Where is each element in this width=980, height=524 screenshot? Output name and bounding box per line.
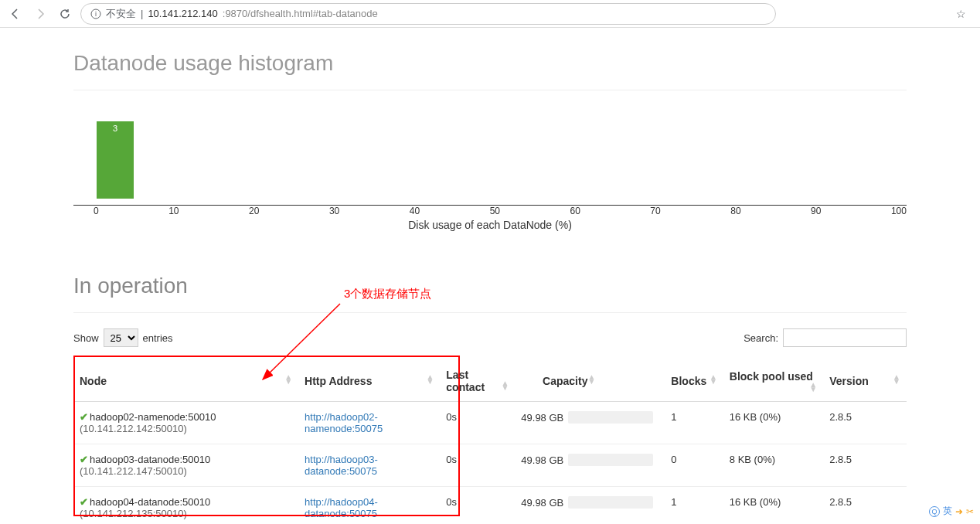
table-row: ✔hadoop02-namenode:50010(10.141.212.142:…: [73, 402, 907, 444]
address-bar[interactable]: i 不安全 | 10.141.212.140:9870/dfshealth.ht…: [80, 3, 776, 25]
col-capacity[interactable]: Capacity▲▼: [515, 361, 665, 402]
blocks-value: 0: [665, 444, 723, 487]
x-tick: 100: [891, 206, 907, 216]
sort-icon: ▲▼: [587, 375, 595, 384]
sort-icon: ▲▼: [709, 375, 717, 384]
svg-text:i: i: [95, 10, 97, 18]
table-row: ✔hadoop03-datanode:50010(10.141.212.147:…: [73, 444, 907, 487]
histogram-x-axis: 0 10 20 30 40 50 60 70 80 90 100: [73, 205, 907, 216]
sort-icon: ▲▼: [809, 383, 817, 392]
table-row: ✔hadoop04-datanode:50010(10.141.212.135:…: [73, 487, 907, 525]
bookmark-button[interactable]: ☆: [948, 8, 974, 20]
node-name: hadoop03-datanode:50010: [90, 454, 210, 465]
annotation-text: 3个数据存储节点: [344, 287, 431, 301]
histogram-chart: 3: [73, 106, 907, 199]
ime-icon: Q: [929, 506, 940, 517]
in-operation-title: In operation: [73, 274, 907, 298]
node-ip: (10.141.212.147:50010): [80, 465, 187, 477]
divider: [73, 90, 907, 90]
col-version[interactable]: Version▲▼: [823, 361, 907, 402]
x-tick: 80: [730, 206, 740, 216]
scissors-icon: ✂: [966, 506, 974, 517]
block-pool-value: 16 KB (0%): [723, 402, 823, 444]
version-value: 2.8.5: [823, 487, 907, 525]
sort-icon: ▲▼: [893, 375, 900, 384]
col-block-pool[interactable]: Block pool used▲▼: [723, 361, 823, 402]
ime-label: 英: [943, 505, 952, 518]
last-contact: 0s: [440, 444, 515, 487]
info-icon: i: [90, 9, 101, 19]
sort-icon: ▲▼: [284, 375, 292, 384]
sort-icon: ▲▼: [426, 375, 434, 384]
datanode-table: Node▲▼ Http Address▲▼ Last contact▲▼ Cap…: [73, 361, 907, 524]
url-host: 10.141.212.140: [148, 8, 217, 19]
capacity-bar: [568, 496, 653, 509]
node-ip: (10.141.212.135:50010): [80, 508, 187, 519]
search-input[interactable]: [783, 328, 907, 347]
x-tick: 20: [249, 206, 259, 216]
entries-select[interactable]: 25: [104, 328, 138, 347]
sort-icon: ▲▼: [501, 381, 509, 390]
version-value: 2.8.5: [823, 444, 907, 487]
blocks-value: 1: [665, 402, 723, 444]
col-node[interactable]: Node▲▼: [73, 361, 298, 402]
url-separator: |: [141, 8, 143, 19]
capacity-bar: [568, 411, 653, 424]
histogram-bar: 3: [97, 121, 134, 199]
last-contact: 0s: [440, 487, 515, 525]
node-name: hadoop02-namenode:50010: [90, 411, 216, 423]
x-tick: 30: [329, 206, 339, 216]
x-tick: 40: [410, 206, 420, 216]
arrow-right-icon: [34, 8, 46, 20]
x-tick: 10: [168, 206, 179, 216]
histogram-x-label: Disk usage of each DataNode (%): [73, 219, 907, 231]
col-http[interactable]: Http Address▲▼: [298, 361, 440, 402]
x-tick: 0: [94, 206, 99, 216]
check-icon: ✔: [80, 454, 88, 465]
node-ip: (10.141.212.142:50010): [80, 423, 187, 434]
block-pool-value: 8 KB (0%): [723, 444, 823, 487]
check-icon: ✔: [80, 496, 88, 508]
security-label: 不安全: [106, 7, 136, 21]
capacity-bar: [568, 454, 653, 466]
x-tick: 70: [650, 206, 660, 216]
capacity-value: 49.98 GB: [521, 412, 563, 424]
ime-arrow-icon: ➜: [955, 506, 963, 517]
divider: [73, 312, 907, 313]
ime-badge[interactable]: Q 英 ➜ ✂: [929, 505, 974, 518]
col-blocks[interactable]: Blocks▲▼: [665, 361, 723, 402]
x-tick: 50: [490, 206, 500, 216]
capacity-value: 49.98 GB: [521, 454, 563, 466]
node-name: hadoop04-datanode:50010: [90, 496, 210, 508]
reload-button[interactable]: [56, 5, 74, 23]
http-link[interactable]: http://hadoop03-datanode:50075: [305, 454, 378, 477]
http-link[interactable]: http://hadoop02-namenode:50075: [305, 411, 383, 434]
browser-toolbar: i 不安全 | 10.141.212.140:9870/dfshealth.ht…: [0, 0, 980, 28]
blocks-value: 1: [665, 487, 723, 525]
search-label: Search:: [744, 332, 778, 344]
back-button[interactable]: [6, 5, 25, 23]
version-value: 2.8.5: [823, 402, 907, 444]
table-controls: Show 25 entries Search:: [73, 328, 907, 347]
x-tick: 90: [811, 206, 821, 216]
entries-label: entries: [143, 332, 173, 344]
http-link[interactable]: http://hadoop04-datanode:50075: [305, 496, 378, 519]
table-header-row: Node▲▼ Http Address▲▼ Last contact▲▼ Cap…: [73, 361, 907, 402]
block-pool-value: 16 KB (0%): [723, 487, 823, 525]
arrow-left-icon: [9, 8, 22, 20]
check-icon: ✔: [80, 411, 88, 423]
last-contact: 0s: [440, 402, 515, 444]
x-tick: 60: [570, 206, 580, 216]
capacity-value: 49.98 GB: [521, 497, 563, 509]
forward-button[interactable]: [31, 5, 49, 23]
col-last-contact[interactable]: Last contact▲▼: [440, 361, 515, 402]
reload-icon: [59, 8, 71, 20]
histogram-title: Datanode usage histogram: [73, 51, 907, 76]
url-path: :9870/dfshealth.html#tab-datanode: [223, 8, 378, 19]
show-label: Show: [73, 332, 99, 344]
